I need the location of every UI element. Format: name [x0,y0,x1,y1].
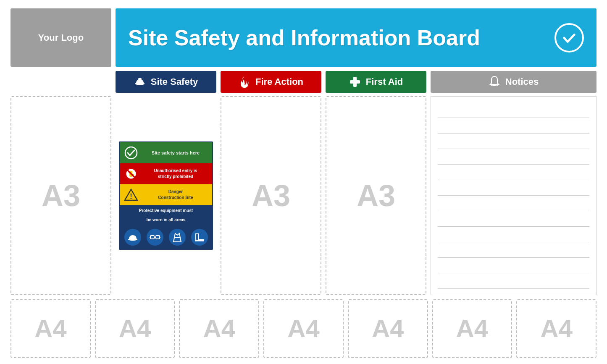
svg-rect-2 [138,78,142,80]
a3-first-aid-area: A3 [326,96,426,295]
a4-label-4: A4 [287,314,320,343]
a4-label-7: A4 [540,314,573,343]
notice-line-12 [438,273,589,289]
hard-hat-icon [134,76,146,88]
a4-box-1: A4 [11,299,91,358]
svg-rect-15 [150,236,154,239]
main-content-row: A3 Site safety starts here [11,96,596,295]
a3-label-2: A3 [252,178,290,213]
green-check-icon [123,145,139,161]
ppe-icons-row [120,225,212,249]
sign-row-red: ✋ Unauthorised entry is strictly prohibi… [120,163,212,184]
notice-line-8 [438,211,589,227]
a4-box-7: A4 [516,299,596,358]
a4-box-3: A4 [179,299,259,358]
ppe-vest-icon [169,229,186,246]
warning-triangle-icon: ! [123,187,139,203]
sign-text-row2: Unauthorised entry is strictly prohibite… [142,168,209,180]
notice-line-6 [438,180,589,196]
sign-text-row2-line2: strictly prohibited [142,174,209,180]
a4-row: A4 A4 A4 A4 A4 A4 A4 [11,299,596,358]
a4-box-6: A4 [432,299,512,358]
svg-rect-21 [195,240,204,241]
sign-text-row3-line1: Danger [142,189,209,195]
notice-line-4 [438,149,589,165]
a4-label-5: A4 [372,314,404,343]
notice-line-1 [438,102,589,118]
a4-box-2: A4 [95,299,175,358]
a4-label-3: A4 [203,314,235,343]
safety-sign-card: Site safety starts here ✋ [119,141,213,250]
sign-text-row3: Danger Construction Site [142,189,209,201]
svg-rect-4 [350,80,360,84]
notice-line-5 [438,165,589,180]
notice-line-10 [438,242,589,258]
title-banner: Site Safety and Information Board [116,8,596,67]
bell-icon [489,76,500,88]
sign-text-row1: Site safety starts here [142,150,209,156]
section-headers: Site Safety Fire Action [11,71,596,93]
cross-icon [349,76,361,88]
section-notices: Notices [431,71,596,93]
sign-text-row3-line2: Construction Site [142,195,209,201]
top-row: Your Logo Site Safety and Information Bo… [11,8,596,67]
ppe-goggles-icon [147,229,163,246]
notices-label: Notices [505,76,539,87]
board: Your Logo Site Safety and Information Bo… [0,0,607,364]
fire-icon [239,75,250,89]
section-first-aid: First Aid [326,71,426,93]
prohibited-icon: ✋ [123,166,139,182]
svg-point-6 [125,147,137,159]
logo-box: Your Logo [11,8,111,67]
logo-text: Your Logo [38,32,84,43]
ppe-hard-hat-icon [124,229,141,246]
checkmark-icon [554,23,584,52]
a3-logo-area: A3 [11,96,111,295]
sign-text-row4-line1: Protective equipment must [139,208,193,214]
a3-fire-action-area: A3 [221,96,321,295]
section-fire-action: Fire Action [221,71,321,93]
a4-box-5: A4 [348,299,428,358]
a4-label-2: A4 [119,314,151,343]
svg-rect-14 [128,239,137,240]
notice-line-11 [438,258,589,273]
a4-label-6: A4 [456,314,489,343]
fire-action-label: Fire Action [255,76,303,87]
svg-rect-16 [156,236,160,239]
notices-lined-box[interactable] [431,96,596,295]
notices-area [431,96,596,295]
sign-text-row2-line1: Unauthorised entry is [142,168,209,174]
notice-line-3 [438,134,589,149]
notice-line-9 [438,227,589,242]
sign-row-green: Site safety starts here [120,142,212,163]
board-title: Site Safety and Information Board [128,25,480,50]
a4-label-1: A4 [34,314,67,343]
ppe-boot-icon [191,229,208,246]
a4-box-4: A4 [263,299,344,358]
section-site-safety: Site Safety [116,71,216,93]
sign-text-row4-line2: be worn in all areas [147,217,186,223]
site-safety-label: Site Safety [151,76,198,87]
site-safety-card-col: Site safety starts here ✋ [116,96,216,295]
first-aid-label: First Aid [366,76,403,87]
notice-line-7 [438,196,589,211]
sign-row-blue-text: Protective equipment must be worn in all… [120,205,212,225]
a3-label-1: A3 [42,178,80,213]
notice-line-2 [438,118,589,134]
sign-row-yellow: ! Danger Construction Site [120,184,212,205]
svg-text:!: ! [130,192,132,201]
svg-rect-1 [135,83,145,84]
a3-label-3: A3 [357,178,395,213]
